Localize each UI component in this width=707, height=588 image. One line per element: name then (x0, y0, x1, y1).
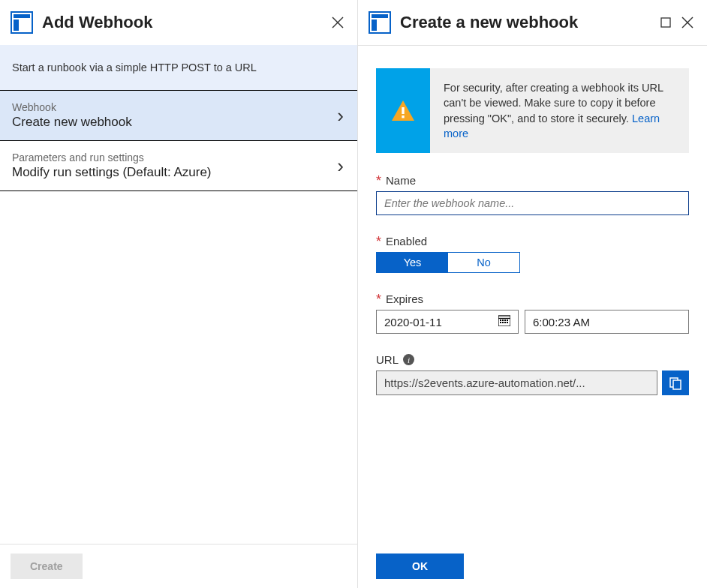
svg-rect-22 (504, 322, 506, 323)
create-button[interactable]: Create (11, 554, 83, 579)
required-indicator: * (376, 236, 381, 247)
blade-icon (11, 11, 33, 34)
expires-label: Expires (386, 292, 423, 305)
right-title: Create a new webhook (400, 13, 660, 32)
left-blade-header: Add Webhook (0, 0, 357, 45)
enabled-toggle: Yes No (376, 252, 520, 273)
enabled-label: Enabled (386, 235, 427, 248)
svg-rect-7 (372, 20, 377, 31)
svg-rect-20 (500, 322, 501, 323)
info-icon[interactable]: i (403, 354, 414, 365)
add-webhook-blade: Add Webhook Start a runbook via a simple… (0, 0, 358, 588)
left-title: Add Webhook (42, 13, 332, 32)
required-indicator: * (376, 176, 381, 186)
url-value: https://s2events.azure-automation.net/..… (376, 370, 657, 395)
warning-icon (376, 68, 430, 153)
svg-rect-21 (502, 322, 504, 323)
svg-rect-25 (673, 380, 681, 389)
chevron-right-icon: › (337, 104, 344, 128)
create-webhook-blade: Create a new webhook For security, after… (358, 0, 707, 588)
right-blade-header: Create a new webhook (358, 0, 707, 45)
svg-rect-23 (507, 322, 508, 323)
left-footer: Create (0, 544, 357, 588)
required-indicator: * (376, 294, 381, 304)
info-text: For security, after creating a webhook i… (430, 68, 689, 153)
svg-rect-1 (14, 14, 30, 18)
svg-rect-12 (402, 107, 404, 114)
calendar-icon (498, 315, 510, 328)
nav-item-title: Modify run settings (Default: Azure) (12, 165, 337, 180)
blade-icon (369, 11, 391, 34)
svg-rect-17 (502, 320, 504, 321)
close-icon[interactable] (681, 16, 693, 28)
copy-button[interactable] (662, 370, 689, 395)
name-field: *Name (376, 174, 689, 215)
svg-rect-6 (372, 14, 388, 18)
svg-rect-8 (661, 18, 670, 27)
nav-item-label: Parameters and run settings (12, 152, 337, 164)
name-input[interactable] (376, 191, 689, 215)
chevron-right-icon: › (337, 154, 344, 178)
url-label: URL (376, 353, 399, 366)
svg-rect-18 (504, 320, 506, 321)
enabled-no-option[interactable]: No (448, 253, 519, 272)
nav-item-webhook[interactable]: Webhook Create new webhook › (0, 91, 357, 141)
enabled-field: *Enabled Yes No (376, 235, 689, 273)
expires-time-input[interactable]: 6:00:23 AM (525, 310, 689, 334)
info-box: For security, after creating a webhook i… (376, 68, 689, 153)
nav-item-title: Create new webhook (12, 115, 337, 130)
enabled-yes-option[interactable]: Yes (377, 253, 448, 272)
svg-rect-2 (14, 20, 19, 31)
close-icon[interactable] (332, 16, 344, 28)
nav-item-label: Webhook (12, 101, 337, 113)
description-bar: Start a runbook via a simple HTTP POST t… (0, 45, 357, 91)
svg-rect-13 (402, 116, 404, 118)
svg-rect-19 (507, 320, 508, 321)
expires-field: *Expires 2020-01-11 6:00:23 AM (376, 292, 689, 334)
expires-date-input[interactable]: 2020-01-11 (376, 310, 519, 334)
maximize-icon[interactable] (660, 17, 671, 28)
name-label: Name (386, 174, 416, 187)
svg-rect-16 (500, 320, 501, 321)
url-field: URL i https://s2events.azure-automation.… (376, 353, 689, 395)
nav-item-parameters[interactable]: Parameters and run settings Modify run s… (0, 141, 357, 191)
right-footer: OK (358, 544, 707, 588)
ok-button[interactable]: OK (376, 554, 464, 579)
